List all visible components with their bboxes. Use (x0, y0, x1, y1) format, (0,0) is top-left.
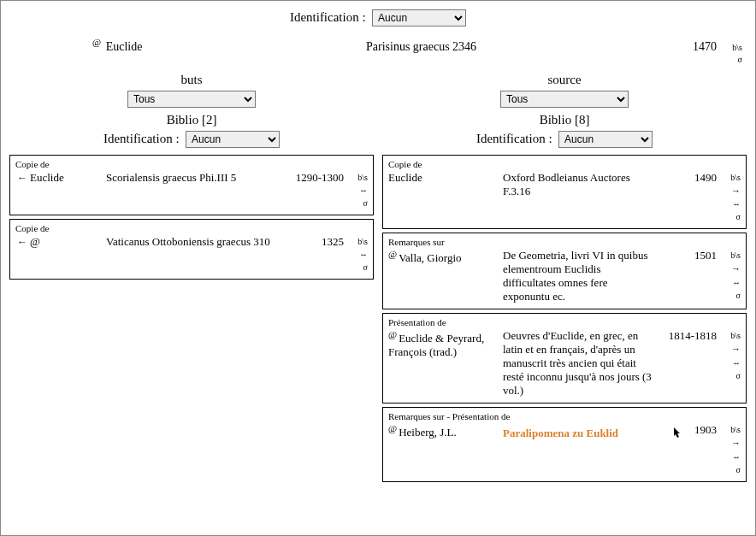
card-author: @Euclide & Peyrard, François (trad.) (388, 329, 499, 359)
card-year: 1490 (659, 171, 717, 185)
mark-sigma[interactable]: σ (717, 54, 742, 66)
main-marks: b\s σ (717, 42, 742, 66)
right-biblio[interactable]: Biblio [8] (381, 111, 748, 129)
mark-lr[interactable]: ↔ (720, 356, 741, 369)
mark-sigma[interactable]: σ (720, 369, 741, 382)
right-card[interactable]: Copie de Euclide Oxford Bodleianus Aucto… (382, 155, 747, 230)
left-filter-select[interactable]: Tous (127, 91, 256, 108)
card-year: 1325 (286, 235, 344, 249)
left-biblio[interactable]: Biblio [2] (8, 111, 375, 129)
left-id-select[interactable]: Aucun (186, 131, 280, 148)
card-title[interactable]: Paralipomena zu Euklid (503, 423, 655, 440)
card-relation: Remarques sur - Présentation de (388, 411, 741, 423)
cursor-pointer-icon (670, 427, 682, 444)
mark-bs[interactable]: b\s (347, 235, 368, 248)
mark-sigma[interactable]: σ (720, 289, 741, 302)
mark-bs[interactable]: b\s → (720, 329, 741, 356)
mark-sigma[interactable]: σ (347, 197, 368, 209)
main-year: 1470 (665, 40, 717, 54)
columns: buts Tous Biblio [2] Identification : Au… (1, 66, 755, 486)
card-marks: b\s → ↔ σ (720, 329, 741, 382)
left-column: buts Tous Biblio [2] Identification : Au… (8, 71, 375, 486)
at-icon: @ (92, 37, 101, 47)
mark-bs[interactable]: b\s (717, 42, 742, 54)
card-title: De Geometria, livri VI in quibus element… (503, 249, 655, 303)
left-filter-row: Tous (8, 89, 375, 111)
card-relation: Copie de (15, 223, 368, 235)
arrow-right-icon: → (731, 438, 741, 448)
card-marks: b\s → ↔ σ (720, 423, 741, 476)
arrow-right-icon: → (731, 344, 741, 354)
top-identification-row: Identification : Aucun (1, 1, 755, 30)
identification-label: Identification : (290, 10, 366, 24)
main-author-text: Euclide (106, 40, 143, 53)
arrow-right-icon: → (731, 186, 741, 196)
mark-sigma[interactable]: σ (347, 261, 368, 274)
card-relation: Copie de (388, 159, 741, 171)
card-title: Oxford Bodleianus Auctores F.3.16 (503, 171, 655, 198)
main-title: Parisinus graecus 2346 (366, 40, 665, 54)
mark-sigma[interactable]: σ (720, 210, 741, 223)
left-id-label: Identification : (103, 132, 180, 145)
card-author: ←Euclide (15, 171, 103, 185)
at-icon: @ (388, 249, 397, 259)
right-id-select[interactable]: Aucun (558, 131, 653, 148)
right-card[interactable]: Présentation de @Euclide & Peyrard, Fran… (382, 313, 747, 403)
mark-lr[interactable]: ↔ (720, 451, 741, 463)
card-year: 1290-1300 (286, 171, 344, 185)
left-heading: buts (8, 71, 375, 89)
card-author: ←@ (15, 235, 103, 249)
arrow-left-icon: ← (17, 236, 27, 248)
right-id-label: Identification : (476, 132, 552, 145)
card-author: Euclide (388, 171, 499, 185)
highlighted-title-link[interactable]: Paralipomena zu Euklid (503, 427, 618, 439)
at-icon: @ (388, 423, 397, 433)
mark-bs[interactable]: b\s → (720, 423, 741, 451)
right-id-row: Identification : Aucun (381, 129, 748, 151)
mark-bs[interactable]: b\s (347, 171, 368, 184)
card-marks: b\s → ↔ σ (720, 249, 741, 302)
main-entry-row: @ Euclide Parisinus graecus 2346 1470 b\… (1, 30, 755, 66)
right-card[interactable]: Remarques sur @Valla, Giorgio De Geometr… (382, 233, 747, 309)
right-filter-select[interactable]: Tous (500, 91, 629, 108)
card-marks: b\s ↔ σ (347, 171, 368, 209)
right-heading: source (381, 71, 748, 89)
right-card[interactable]: Remarques sur - Présentation de @Heiberg… (382, 407, 747, 482)
card-relation: Remarques sur (388, 237, 741, 249)
card-title: Oeuvres d'Euclide, en grec, en latin et … (503, 329, 655, 398)
identification-select[interactable]: Aucun (372, 9, 466, 27)
card-author: @Valla, Giorgio (388, 249, 499, 265)
mark-lr[interactable]: ↔ (720, 197, 741, 210)
mark-bs[interactable]: b\s → (720, 171, 741, 198)
card-title: Scorialensis graecus Phi.III 5 (106, 171, 282, 185)
left-card[interactable]: Copie de ←Euclide Scorialensis graecus P… (9, 155, 374, 215)
main-author: @ Euclide (14, 37, 366, 54)
card-year: 1903 (659, 423, 717, 437)
card-marks: b\s ↔ σ (347, 235, 368, 274)
mark-bs[interactable]: b\s → (720, 249, 741, 276)
card-title: Vaticanus Ottoboniensis graecus 310 (106, 235, 282, 249)
card-year: 1501 (659, 249, 717, 262)
right-column: source Tous Biblio [8] Identification : … (381, 71, 748, 486)
card-marks: b\s → ↔ σ (720, 171, 741, 224)
left-card[interactable]: Copie de ←@ Vaticanus Ottoboniensis grae… (9, 219, 374, 280)
arrow-right-icon: → (731, 263, 741, 274)
mark-lr[interactable]: ↔ (347, 248, 368, 261)
card-year: 1814-1818 (659, 329, 717, 343)
page: Identification : Aucun @ Euclide Parisin… (0, 0, 756, 536)
card-author: @Heiberg, J.L. (388, 423, 499, 439)
at-icon: @ (388, 329, 397, 339)
right-filter-row: Tous (381, 89, 748, 111)
mark-sigma[interactable]: σ (720, 463, 741, 476)
card-relation: Copie de (15, 159, 368, 171)
mark-lr[interactable]: ↔ (720, 276, 741, 289)
left-id-row: Identification : Aucun (8, 129, 375, 151)
card-relation: Présentation de (388, 317, 741, 329)
mark-lr[interactable]: ↔ (347, 184, 368, 197)
arrow-left-icon: ← (17, 172, 27, 184)
